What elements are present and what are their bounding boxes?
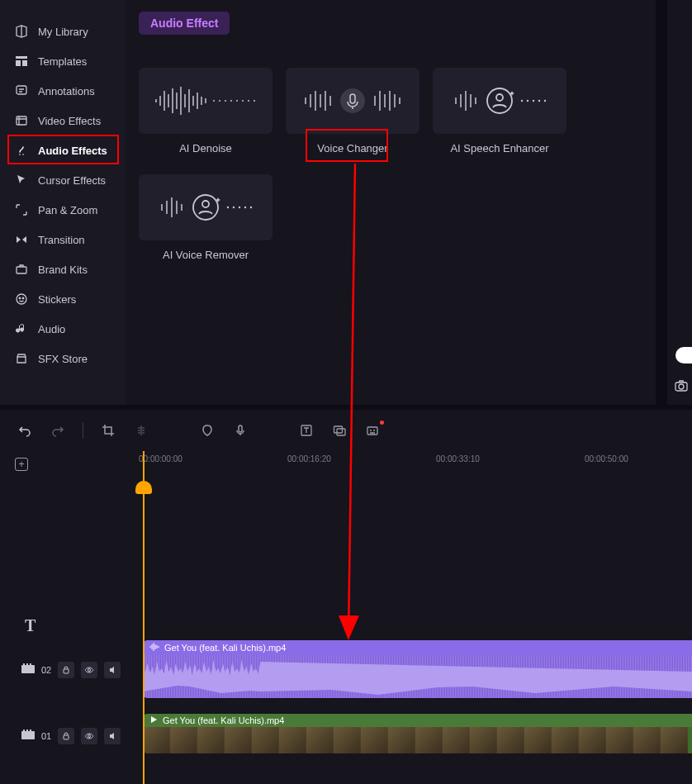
svg-rect-73 (337, 429, 345, 435)
caption-generator-button[interactable] (364, 422, 381, 439)
marker-button[interactable] (199, 422, 216, 439)
ruler-mark: 00:00:50:00 (585, 454, 628, 463)
sidebar-item-my-library[interactable]: My Library (0, 17, 126, 46)
redo-button[interactable] (50, 422, 66, 439)
subtitle-button[interactable] (331, 422, 348, 439)
svg-point-7 (19, 297, 21, 299)
sidebar-item-templates[interactable]: Templates (0, 46, 126, 76)
effect-label: AI Voice Remover (139, 249, 273, 261)
track-number: 02 (41, 665, 51, 675)
svg-rect-78 (30, 663, 31, 665)
effect-ai-denoise[interactable]: AI Denoise (139, 68, 273, 154)
text-button[interactable] (298, 422, 315, 439)
video-effects-icon (15, 114, 28, 127)
sidebar-item-video-effects[interactable]: Video Effects (0, 106, 126, 135)
sidebar-item-sfx-store[interactable]: SFX Store (0, 344, 126, 373)
svg-point-53 (533, 100, 534, 102)
svg-rect-1 (16, 60, 21, 66)
sidebar: My Library Templates Annotations Video E… (0, 0, 126, 405)
sfx-store-icon (15, 352, 28, 365)
track-type-icon (21, 729, 35, 743)
svg-rect-87 (21, 731, 35, 739)
sidebar-item-label: Transition (38, 234, 85, 246)
audio-wave-icon (149, 643, 159, 653)
sidebar-item-label: Templates (38, 55, 87, 68)
right-panel-strip (667, 0, 692, 405)
templates-icon (15, 55, 28, 68)
waveform-icon (152, 84, 259, 117)
track-number: 01 (41, 731, 51, 741)
svg-rect-4 (17, 116, 26, 125)
playhead[interactable] (143, 451, 145, 784)
sidebar-item-transition[interactable]: Transition (0, 225, 126, 254)
add-track-button[interactable]: + (15, 458, 28, 471)
camera-icon[interactable] (674, 378, 689, 397)
sidebar-item-audio-effects[interactable]: Audio Effects (0, 135, 126, 165)
svg-point-80 (88, 669, 91, 672)
sidebar-item-stickers[interactable]: Stickers (0, 284, 126, 314)
sidebar-item-label: Video Effects (38, 115, 101, 127)
svg-point-23 (219, 100, 220, 102)
toggle-visibility-button[interactable] (81, 728, 97, 744)
svg-point-65 (239, 207, 240, 208)
svg-point-26 (236, 100, 238, 102)
svg-rect-72 (334, 426, 343, 433)
svg-point-6 (17, 294, 26, 304)
timeline-ruler[interactable]: 00:00:00:00 00:00:16:20 00:00:33:10 00:0… (139, 451, 692, 471)
sidebar-item-pan-zoom[interactable]: Pan & Zoom (0, 195, 126, 225)
svg-rect-75 (21, 665, 35, 673)
svg-point-62 (202, 201, 209, 207)
svg-point-64 (233, 207, 235, 208)
effect-ai-voice-remover[interactable]: AI Voice Remover (139, 174, 273, 261)
library-icon (15, 25, 28, 38)
sidebar-item-label: Audio Effects (38, 145, 107, 157)
clip-filename: Get You (feat. Kali Uchis).mp4 (163, 715, 284, 725)
audio-icon (15, 322, 28, 335)
svg-rect-77 (26, 663, 28, 665)
svg-rect-88 (23, 729, 25, 731)
mute-track-button[interactable] (104, 662, 121, 678)
play-icon (149, 715, 158, 725)
audio-effects-icon (15, 144, 28, 157)
sidebar-item-label: Stickers (38, 293, 76, 306)
effects-panel: Audio Effect AI Denoise (126, 0, 656, 405)
crop-button[interactable] (100, 422, 116, 439)
clip-filename: Get You (feat. Kali Uchis).mp4 (164, 643, 286, 653)
panel-title-badge: Audio Effect (139, 12, 230, 35)
svg-point-28 (248, 100, 249, 102)
svg-point-42 (340, 88, 365, 113)
audio-clip[interactable]: Get You (feat. Kali Uchis).mp4 (143, 640, 692, 698)
voice-remover-thumb (139, 174, 273, 240)
toggle-visibility-button[interactable] (81, 662, 97, 678)
lock-track-button[interactable] (58, 728, 74, 744)
split-button[interactable] (133, 422, 149, 439)
svg-point-24 (225, 100, 226, 102)
svg-point-29 (254, 100, 255, 102)
sidebar-item-label: My Library (38, 26, 88, 38)
svg-point-22 (213, 100, 215, 102)
lock-track-button[interactable] (58, 662, 74, 678)
sidebar-item-cursor-effects[interactable]: Cursor Effects (0, 165, 126, 195)
effect-ai-speech-enhancer[interactable]: AI Speech Enhancer (433, 68, 566, 154)
mute-track-button[interactable] (104, 728, 121, 744)
sidebar-item-label: Cursor Effects (38, 174, 106, 187)
svg-point-92 (88, 735, 91, 738)
ai-denoise-thumb (139, 68, 273, 134)
sidebar-item-label: Annotations (38, 85, 95, 97)
svg-rect-3 (17, 86, 26, 94)
svg-rect-5 (17, 267, 26, 273)
svg-rect-74 (367, 427, 377, 435)
expand-right-panel[interactable] (675, 347, 692, 363)
svg-point-51 (521, 100, 523, 102)
sidebar-item-brand-kits[interactable]: Brand Kits (0, 254, 126, 284)
text-track-icon[interactable]: T (25, 616, 36, 635)
pan-zoom-icon (15, 203, 28, 216)
voice-record-button[interactable] (232, 422, 249, 439)
sidebar-item-audio[interactable]: Audio (0, 314, 126, 344)
sidebar-item-annotations[interactable]: Annotations (0, 76, 126, 106)
undo-button[interactable] (17, 422, 33, 439)
audio-waveform (143, 655, 692, 698)
effect-voice-changer[interactable]: Voice Changer (286, 68, 419, 154)
svg-rect-89 (26, 729, 28, 731)
video-clip[interactable]: Get You (feat. Kali Uchis).mp4 (143, 714, 692, 753)
